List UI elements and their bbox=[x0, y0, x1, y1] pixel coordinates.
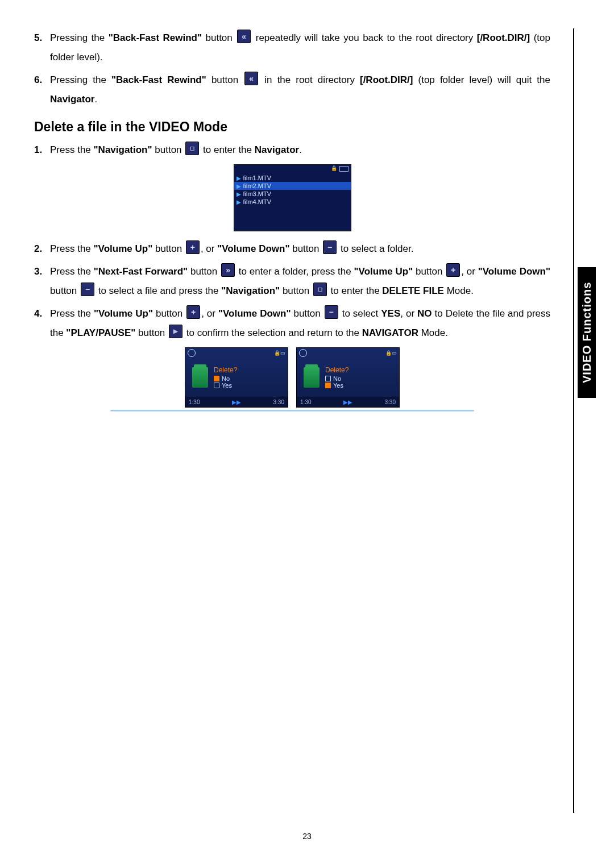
navigator-figure: 🔒▶film1.MTV▶film2.MTV▶film3.MTV▶film4.MT… bbox=[34, 164, 550, 231]
checkbox-icon bbox=[325, 376, 331, 381]
navigator-file: ▶film4.MTV bbox=[234, 198, 351, 206]
text: , or bbox=[201, 308, 218, 319]
text: in the root directory bbox=[259, 74, 360, 85]
bold-text: "Volume Down" bbox=[217, 243, 289, 254]
content-frame: 5.Pressing the "Back-Fast Rewind" button… bbox=[34, 28, 574, 813]
list-number: 6. bbox=[34, 70, 50, 90]
list-number: 5. bbox=[34, 28, 50, 48]
text: Mode. bbox=[444, 285, 474, 296]
lock-icon: 🔒▭ bbox=[385, 350, 397, 356]
text: Pressing the bbox=[50, 32, 109, 43]
option-label: Yes bbox=[333, 382, 343, 389]
navigator-screenshot: 🔒▶film1.MTV▶film2.MTV▶film3.MTV▶film4.MT… bbox=[234, 164, 351, 231]
text: (top folder level) will quit the bbox=[413, 74, 550, 85]
text: button bbox=[153, 308, 185, 319]
bold-text: "Volume Down" bbox=[218, 308, 291, 319]
file-icon: ▶ bbox=[237, 183, 241, 189]
text: . bbox=[299, 144, 302, 155]
trash-icon bbox=[304, 367, 320, 388]
instruction-list-top: 5.Pressing the "Back-Fast Rewind" button… bbox=[34, 28, 550, 109]
volup-icon bbox=[186, 240, 200, 254]
nav-icon bbox=[185, 142, 199, 155]
text: button bbox=[50, 285, 80, 296]
bold-text: "Volume Down" bbox=[478, 266, 550, 277]
file-name: film1.MTV bbox=[243, 175, 272, 181]
text: , or bbox=[461, 266, 478, 277]
voldown-icon bbox=[81, 283, 94, 296]
time-elapsed: 1:30 bbox=[300, 399, 311, 405]
list-item: 6.Pressing the "Back-Fast Rewind" button… bbox=[34, 70, 550, 109]
option-label: No bbox=[222, 375, 230, 382]
text: to confirm the selection and return to t… bbox=[184, 327, 362, 338]
list-body: Press the "Next-Fast Forward" button to … bbox=[50, 262, 550, 301]
text: to enter the bbox=[328, 285, 382, 296]
delete-option-yes: Yes bbox=[214, 382, 237, 389]
section-title: Delete a file in the VIDEO Mode bbox=[34, 119, 550, 135]
list-item: 5.Pressing the "Back-Fast Rewind" button… bbox=[34, 28, 550, 67]
file-icon: ▶ bbox=[237, 199, 241, 205]
bold-text: Navigator bbox=[50, 94, 94, 105]
voldown-icon bbox=[325, 305, 338, 319]
file-name: film3.MTV bbox=[243, 190, 272, 197]
delete-dialog: 🔒▭Delete?NoYes1:30▶▶3:30 bbox=[296, 347, 400, 408]
bold-text: Navigator bbox=[255, 144, 299, 155]
speaker-icon bbox=[188, 349, 196, 357]
delete-option-yes: Yes bbox=[325, 382, 349, 389]
dialog-row: 🔒▭Delete?NoYes1:30▶▶3:30🔒▭Delete?NoYes1:… bbox=[34, 347, 550, 408]
text: to select bbox=[339, 308, 381, 319]
bold-text: "Volume Up" bbox=[94, 308, 153, 319]
list-item: 4.Press the "Volume Up" button , or "Vol… bbox=[34, 304, 550, 343]
divider bbox=[110, 410, 474, 412]
bold-text: NO bbox=[417, 308, 432, 319]
text: button bbox=[289, 243, 322, 254]
text: to enter the bbox=[200, 144, 254, 155]
text: , or bbox=[400, 308, 417, 319]
text: button bbox=[152, 144, 185, 155]
text: button bbox=[291, 308, 323, 319]
rewind-icon bbox=[244, 72, 258, 85]
navigator-file: ▶film1.MTV bbox=[234, 174, 351, 182]
bold-text: NAVIGATOR bbox=[362, 327, 418, 338]
text: to enter a folder, press the bbox=[236, 266, 354, 277]
time-total: 3:30 bbox=[385, 399, 396, 405]
list-number: 1. bbox=[34, 140, 50, 160]
list-item: 3.Press the "Next-Fast Forward" button t… bbox=[34, 262, 550, 301]
delete-option-no: No bbox=[214, 375, 237, 382]
text: , or bbox=[201, 243, 217, 254]
play-icon bbox=[169, 325, 182, 338]
instruction-list-delete: 1.Press the "Navigation" button to enter… bbox=[34, 140, 550, 412]
text: button bbox=[206, 74, 243, 85]
list-body: Press the "Navigation" button to enter t… bbox=[50, 140, 550, 160]
text: Pressing the bbox=[50, 74, 111, 85]
lock-icon: 🔒 bbox=[331, 165, 337, 173]
fastforward-icon: ▶▶ bbox=[232, 399, 241, 405]
text: Press the bbox=[50, 243, 94, 254]
text: repeatedly will take you back to the roo… bbox=[252, 32, 476, 43]
bold-text: [/Root.DIR/] bbox=[477, 32, 530, 43]
bold-text: "Next-Fast Forward" bbox=[94, 266, 188, 277]
time-total: 3:30 bbox=[273, 399, 284, 405]
bold-text: "PLAY/PAUSE" bbox=[66, 327, 135, 338]
bold-text: YES bbox=[381, 308, 400, 319]
file-name: film2.MTV bbox=[243, 182, 272, 189]
text: to select a folder. bbox=[338, 243, 413, 254]
text: to select a file and press the bbox=[96, 285, 221, 296]
text: button bbox=[280, 285, 312, 296]
text: Mode. bbox=[418, 327, 448, 338]
checkbox-icon bbox=[325, 383, 331, 388]
list-item: 2.Press the "Volume Up" button , or "Vol… bbox=[34, 239, 550, 259]
text: button bbox=[135, 327, 168, 338]
page-number: 23 bbox=[0, 832, 614, 841]
battery-icon bbox=[339, 166, 349, 172]
file-icon: ▶ bbox=[237, 175, 241, 181]
list-number: 2. bbox=[34, 239, 50, 259]
delete-dialog-figure: 🔒▭Delete?NoYes1:30▶▶3:30🔒▭Delete?NoYes1:… bbox=[34, 347, 550, 412]
nav-icon bbox=[313, 283, 327, 296]
list-body: Pressing the "Back-Fast Rewind" button r… bbox=[50, 28, 550, 67]
delete-options: NoYes bbox=[325, 375, 349, 389]
speaker-icon bbox=[299, 349, 307, 357]
text: . bbox=[94, 94, 97, 105]
lock-icon: 🔒▭ bbox=[274, 350, 285, 356]
delete-prompt: Delete? bbox=[214, 366, 237, 374]
file-name: film4.MTV bbox=[243, 198, 272, 205]
